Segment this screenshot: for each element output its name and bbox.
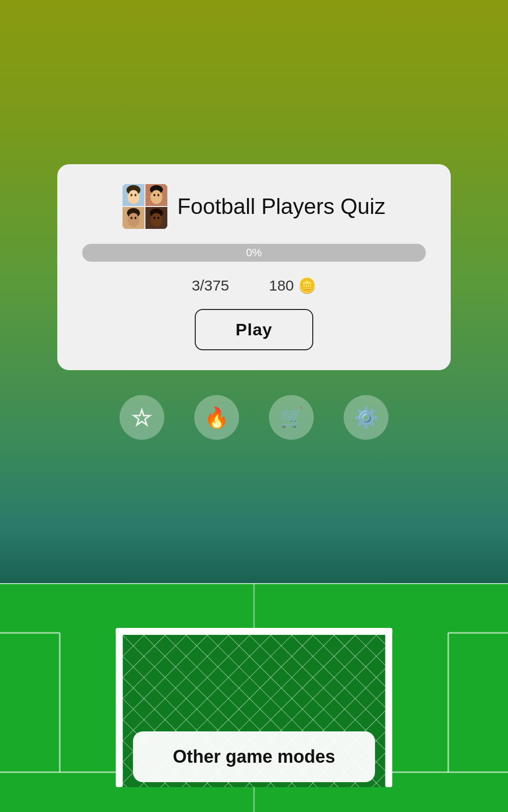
svg-point-5 [134, 194, 136, 197]
svg-point-3 [129, 190, 138, 198]
cart-icon: 🛒 [280, 406, 303, 428]
icon-buttons-row: ★ 🔥 🛒 ⚙️ [120, 395, 388, 440]
hot-button[interactable]: 🔥 [194, 395, 239, 440]
settings-button[interactable]: ⚙️ [344, 395, 388, 440]
progress-bar: 0% [82, 244, 426, 262]
svg-point-10 [153, 194, 155, 197]
svg-point-15 [129, 213, 138, 221]
avatar-ronaldo [145, 184, 167, 206]
svg-point-17 [134, 217, 136, 219]
avatar-pele [145, 207, 167, 229]
avatar-player3 [123, 207, 144, 229]
player-avatars [123, 184, 167, 229]
stats-row: 3/375 180 🪙 [192, 277, 316, 294]
coin-icon: 🪙 [298, 277, 316, 294]
progress-label: 0% [246, 246, 262, 259]
quiz-card: Football Players Quiz 0% 3/375 180 🪙 Pla… [57, 164, 451, 370]
svg-point-16 [130, 217, 132, 219]
svg-point-21 [152, 213, 161, 221]
shop-button[interactable]: 🛒 [269, 395, 314, 440]
coin-count: 180 🪙 [269, 277, 316, 294]
star-icon: ★ [132, 406, 151, 430]
svg-point-23 [157, 217, 159, 219]
svg-point-11 [157, 194, 159, 197]
main-content: Football Players Quiz 0% 3/375 180 🪙 Pla… [0, 0, 508, 812]
play-button[interactable]: Play [195, 309, 313, 350]
quiz-title-row: Football Players Quiz [123, 184, 385, 229]
svg-point-22 [153, 217, 155, 219]
other-game-modes-button[interactable]: Other game modes [133, 731, 375, 782]
svg-point-4 [130, 194, 132, 197]
quiz-title: Football Players Quiz [177, 194, 385, 219]
question-count: 3/375 [192, 277, 229, 294]
gear-icon: ⚙️ [354, 406, 379, 429]
fire-icon: 🔥 [204, 406, 229, 429]
favorites-button[interactable]: ★ [120, 395, 164, 440]
avatar-messi [123, 184, 144, 206]
svg-point-9 [152, 190, 161, 198]
